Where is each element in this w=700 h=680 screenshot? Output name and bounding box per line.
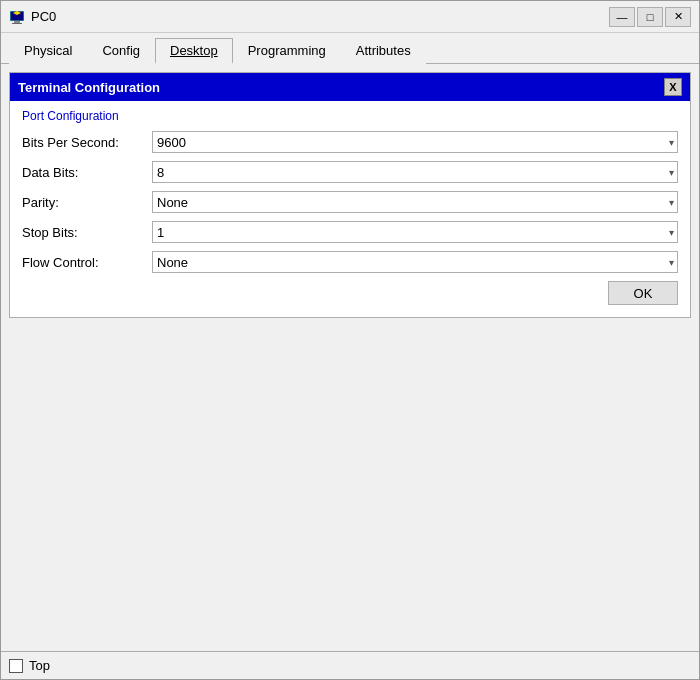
window-controls: — □ ✕ [609, 7, 691, 27]
data-bits-select[interactable]: 8 5 6 7 [152, 161, 678, 183]
bits-per-second-select[interactable]: 9600 300 1200 2400 4800 19200 38400 5760… [152, 131, 678, 153]
title-bar: PC0 — □ ✕ [1, 1, 699, 33]
content-area: Terminal Configuration X Port Configurat… [1, 64, 699, 651]
parity-select[interactable]: None Even Odd Mark Space [152, 191, 678, 213]
flow-control-row: Flow Control: None Hardware Software ▾ [22, 251, 678, 273]
minimize-button[interactable]: — [609, 7, 635, 27]
section-title: Port Configuration [22, 109, 678, 123]
tab-programming[interactable]: Programming [233, 38, 341, 64]
main-window: PC0 — □ ✕ Physical Config Desktop Progra… [0, 0, 700, 680]
flow-control-select[interactable]: None Hardware Software [152, 251, 678, 273]
stop-bits-select[interactable]: 1 1.5 2 [152, 221, 678, 243]
parity-label: Parity: [22, 195, 152, 210]
top-label: Top [29, 658, 50, 673]
tab-desktop[interactable]: Desktop [155, 38, 233, 64]
parity-row: Parity: None Even Odd Mark Space ▾ [22, 191, 678, 213]
status-bar: Top [1, 651, 699, 679]
tab-config[interactable]: Config [87, 38, 155, 64]
bits-per-second-label: Bits Per Second: [22, 135, 152, 150]
svg-rect-3 [12, 23, 22, 24]
maximize-button[interactable]: □ [637, 7, 663, 27]
window-icon [9, 9, 25, 25]
panel-close-button[interactable]: X [664, 78, 682, 96]
ok-row: OK [22, 281, 678, 305]
tab-attributes[interactable]: Attributes [341, 38, 426, 64]
panel-title: Terminal Configuration [18, 80, 160, 95]
svg-rect-2 [14, 21, 20, 23]
data-bits-wrapper: 8 5 6 7 ▾ [152, 161, 678, 183]
data-bits-row: Data Bits: 8 5 6 7 ▾ [22, 161, 678, 183]
stop-bits-row: Stop Bits: 1 1.5 2 ▾ [22, 221, 678, 243]
flow-control-label: Flow Control: [22, 255, 152, 270]
panel-header: Terminal Configuration X [10, 73, 690, 101]
stop-bits-wrapper: 1 1.5 2 ▾ [152, 221, 678, 243]
tab-bar: Physical Config Desktop Programming Attr… [1, 33, 699, 64]
panel-body: Port Configuration Bits Per Second: 9600… [10, 101, 690, 317]
close-button[interactable]: ✕ [665, 7, 691, 27]
stop-bits-label: Stop Bits: [22, 225, 152, 240]
parity-wrapper: None Even Odd Mark Space ▾ [152, 191, 678, 213]
window-title: PC0 [31, 9, 609, 24]
bits-per-second-row: Bits Per Second: 9600 300 1200 2400 4800… [22, 131, 678, 153]
data-bits-label: Data Bits: [22, 165, 152, 180]
top-checkbox[interactable] [9, 659, 23, 673]
flow-control-wrapper: None Hardware Software ▾ [152, 251, 678, 273]
bits-per-second-wrapper: 9600 300 1200 2400 4800 19200 38400 5760… [152, 131, 678, 153]
terminal-config-panel: Terminal Configuration X Port Configurat… [9, 72, 691, 318]
ok-button[interactable]: OK [608, 281, 678, 305]
tab-physical[interactable]: Physical [9, 38, 87, 64]
